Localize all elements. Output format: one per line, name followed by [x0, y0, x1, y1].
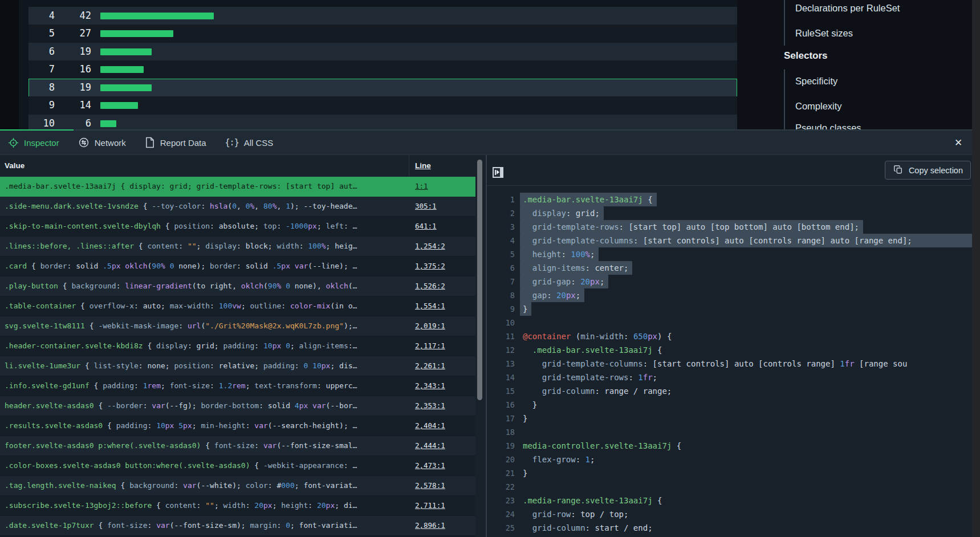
tab-report-data[interactable]: Report Data — [145, 137, 206, 148]
count-bar — [100, 120, 116, 127]
count-value: 19 — [55, 43, 91, 61]
line-link[interactable]: 2,896:1 — [415, 516, 445, 535]
nav-group-border — [784, 0, 785, 46]
count-value: 19 — [55, 79, 91, 97]
line-link[interactable]: 1,375:2 — [415, 257, 445, 276]
line-text: grid-column: start / end; — [523, 521, 972, 535]
chart-row[interactable]: 914 — [29, 96, 737, 115]
bucket-label: 8 — [29, 79, 55, 97]
line-link[interactable]: 1,526:2 — [415, 276, 445, 296]
count-bar — [100, 66, 144, 73]
table-row[interactable]: .header-container.svelte-kbdi8z { displa… — [0, 336, 475, 356]
close-panel-button[interactable]: ✕ — [951, 136, 966, 150]
line-link[interactable]: 2,473:1 — [415, 456, 445, 475]
line-number: 19 — [487, 439, 515, 453]
line-number: 3 — [487, 220, 515, 234]
table-row[interactable]: .lines::before, .lines::after { content:… — [0, 237, 475, 257]
tab-all-css[interactable]: {:}All CSS — [225, 137, 274, 148]
count-bar — [100, 84, 152, 91]
code-line: 11@container (min-width: 650px) { — [487, 329, 972, 343]
bucket-label: 6 — [29, 43, 55, 61]
line-link[interactable]: 1,554:1 — [415, 296, 445, 316]
line-link[interactable]: 305:1 — [415, 197, 437, 216]
nav-item-declarations-per-ruleset[interactable]: Declarations per RuleSet — [795, 1, 900, 15]
line-number: 25 — [487, 521, 515, 535]
braces-icon: {:} — [225, 137, 239, 148]
line-link[interactable]: 2,404:1 — [415, 416, 445, 436]
nav-item-complexity[interactable]: Complexity — [795, 99, 842, 113]
line-text: flex-grow: 1; — [523, 453, 972, 466]
rule-value: .play-button { background: linear-gradie… — [5, 276, 405, 296]
line-number: 13 — [487, 357, 515, 371]
count-bar — [100, 13, 214, 19]
toggle-sidebar-icon[interactable] — [493, 167, 503, 178]
rule-value: .lines::before, .lines::after { content:… — [5, 237, 405, 256]
line-link[interactable]: 1,254:2 — [415, 237, 445, 256]
line-link[interactable]: 1:1 — [415, 177, 428, 196]
line-link[interactable]: 2,353:1 — [415, 396, 445, 416]
line-text: @container (min-width: 650px) { — [523, 329, 972, 343]
line-link[interactable]: 2,444:1 — [415, 436, 445, 455]
table-row[interactable]: .info.svelte-gd1unf { padding: 1rem; fon… — [0, 376, 475, 396]
table-row[interactable]: .media-bar.svelte-13aai7j { display: gri… — [0, 177, 475, 197]
code-line: 23.media-range.svelte-13aai7j { — [487, 494, 972, 507]
chart-row[interactable]: 442 — [29, 7, 737, 25]
page-scrollbar-track[interactable] — [972, 0, 980, 537]
table-row[interactable]: .card { border: solid .5px oklch(90% 0 n… — [0, 257, 475, 276]
table-row[interactable]: .color-boxes.svelte-asdas0 button:where(… — [0, 456, 475, 476]
code-line: 9} — [487, 302, 972, 316]
table-row[interactable]: footer.svelte-asdas0 p:where(.svelte-asd… — [0, 436, 475, 456]
line-number: 18 — [487, 425, 515, 439]
rule-value: li.svelte-1ume3ur { list-style: none; po… — [5, 356, 405, 376]
nav-item-ruleset-sizes[interactable]: RuleSet sizes — [795, 26, 853, 40]
rule-value: .subscribe.svelte-13gboj2::before { cont… — [5, 496, 405, 515]
line-link[interactable]: 2,117:1 — [415, 336, 445, 356]
rule-value: footer.svelte-asdas0 p:where(.svelte-asd… — [5, 436, 405, 455]
chart-row[interactable]: 527 — [29, 25, 737, 43]
chart-row[interactable]: 819 — [29, 79, 737, 97]
rule-value: svg.svelte-1tw8111 { -webkit-mask-image:… — [5, 316, 405, 336]
table-scrollbar-thumb[interactable] — [477, 160, 482, 400]
line-number: 10 — [487, 316, 515, 329]
table-row[interactable]: header.svelte-asdas0 { --border: var(--f… — [0, 396, 475, 416]
table-row[interactable]: .date.svelte-1p7tuxr { font-size: var(--… — [0, 516, 475, 536]
count-value: 16 — [55, 60, 91, 79]
table-row[interactable]: .side-menu.dark.svelte-1vsndze { --toy-c… — [0, 197, 475, 217]
count-bar — [100, 30, 173, 37]
code-line: 26 display: fl — [487, 535, 972, 537]
tab-network[interactable]: Network — [78, 137, 126, 148]
table-row[interactable]: .results.svelte-asdas0 { padding: 10px 5… — [0, 416, 475, 436]
line-text: .media-bar.svelte-13aai7j { — [523, 343, 972, 357]
line-number: 2 — [487, 206, 515, 220]
table-row[interactable]: .subscribe.svelte-13gboj2::before { cont… — [0, 496, 475, 516]
rule-value: .date.svelte-1p7tuxr { font-size: var(--… — [5, 516, 405, 535]
screen: 442527619716819914106 Declarations per R… — [0, 0, 980, 537]
line-number: 6 — [487, 261, 515, 275]
rule-value: .media-bar.svelte-13aai7j { display: gri… — [5, 177, 405, 196]
table-row[interactable]: .table-container { overflow-x: auto; max… — [0, 296, 475, 316]
line-link[interactable]: 2,019:1 — [415, 316, 445, 336]
nav-item-specificity[interactable]: Specificity — [795, 74, 837, 88]
chart-row[interactable]: 619 — [29, 43, 737, 61]
line-link[interactable]: 2,711:1 — [415, 496, 445, 515]
crosshair-icon — [8, 137, 19, 148]
line-link[interactable]: 2,343:1 — [415, 376, 445, 396]
code-line: 12 .media-bar.svelte-13aai7j { — [487, 343, 972, 357]
line-text: grid-template-columns: [start controls] … — [523, 234, 972, 247]
table-row[interactable]: svg.svelte-1tw8111 { -webkit-mask-image:… — [0, 316, 475, 336]
line-text: .media-bar.svelte-13aai7j { — [523, 193, 972, 206]
table-row[interactable]: .play-button { background: linear-gradie… — [0, 276, 475, 296]
line-number: 1 — [487, 193, 515, 206]
line-link[interactable]: 641:1 — [415, 217, 437, 236]
copy-selection-button[interactable]: Copy selection — [885, 161, 971, 180]
tab-inspector[interactable]: Inspector — [8, 137, 59, 148]
copy-icon — [893, 164, 903, 176]
line-column-header[interactable]: Line — [415, 155, 431, 177]
table-row[interactable]: .tag.length.svelte-naikeq { background: … — [0, 476, 475, 496]
table-row[interactable]: .skip-to-main-content.svelte-dbylqh { po… — [0, 217, 475, 237]
line-link[interactable]: 2,261:1 — [415, 356, 445, 376]
chart-row[interactable]: 716 — [29, 60, 737, 79]
line-number: 12 — [487, 343, 515, 357]
table-row[interactable]: li.svelte-1ume3ur { list-style: none; po… — [0, 356, 475, 376]
line-link[interactable]: 2,578:1 — [415, 476, 445, 495]
